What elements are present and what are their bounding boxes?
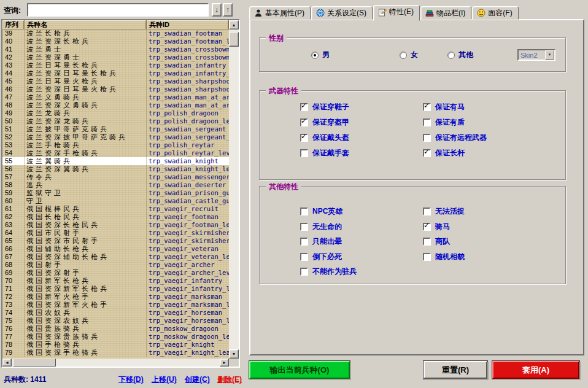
table-row[interactable]: 63俄国资深长枪民兵trp_vaegir_footman_lev [2,221,229,229]
table-row[interactable]: 57传令兵trp_swadian_messenger [2,173,229,181]
table-row[interactable]: 44波兰资深日耳曼长枪兵trp_swadian_infantry_l [2,69,229,77]
search-input[interactable] [27,3,209,17]
table-row[interactable]: 40波兰资深长枪兵trp_swadian_footman_le [2,37,229,45]
table-row[interactable]: 42波兰资深勇士trp_swadian_crossbowma [2,53,229,61]
checkbox-guarantee-polearm[interactable]: 保证长杆 [423,148,465,158]
table-row[interactable]: 56波兰资深翼骑兵trp_swadian_knight_lev [2,165,229,173]
table-row[interactable]: 65俄国资深市民射手trp_vaegir_skirmisher_ [2,237,229,245]
checkbox-box-icon [300,134,308,142]
table-cell-id: trp_vaegir_infantry_le [147,285,229,293]
table-row[interactable]: 55波兰翼骑兵trp_swadian_knight [2,157,229,165]
horizontal-scrollbar[interactable]: ◄ ► [2,359,229,367]
table-row[interactable]: 72俄国新军火枪手trp_vaegir_marksman [2,293,229,301]
checkbox-stun-only[interactable]: 只能击晕 [300,236,342,247]
checkbox-random-face[interactable]: 随机相貌 [423,252,465,262]
radio-other[interactable]: 其他 [447,50,473,60]
search-prev-button[interactable]: ↑ [223,3,233,17]
scroll-up-icon[interactable]: ▲ [229,20,239,29]
table-row[interactable]: 46波兰资深日耳曼火枪兵trp_swadian_sharpshoot [2,85,229,93]
checkbox-inanimate[interactable]: 无生命的 [300,222,342,232]
table-row[interactable]: 69俄国资深射手trp_vaegir_archer_leve [2,269,229,277]
checkbox-guarantee-armor[interactable]: 保证穿盔甲 [300,117,349,128]
table-row[interactable]: 60守卫trp_swadian_castle_gua [2,197,229,205]
scroll-left-icon[interactable]: ◄ [2,359,12,367]
radio-female[interactable]: 女 [400,50,418,60]
table-row[interactable]: 74俄国农奴兵trp_vaegir_horseman [2,309,229,317]
table-row[interactable]: 45波兰日耳曼火枪兵trp_swadian_sharpshoot [2,77,229,85]
create-link[interactable]: 创建(C) [185,374,210,385]
horizontal-scroll-track[interactable] [12,359,220,367]
checkbox-guarantee-gloves[interactable]: 保证戴手套 [300,148,349,158]
apply-button[interactable]: 套用(A) [492,361,579,379]
table-row[interactable]: 71俄国资深新军长枪兵trp_vaegir_infantry_le [2,285,229,293]
table-cell-name: 波兰资深长枪兵 [25,37,147,45]
horizontal-scroll-thumb[interactable] [13,359,56,367]
table-row[interactable]: 61俄国棍棒民兵trp_vaegir_recruit [2,205,229,213]
tab-inventory[interactable]: 物品栏(I) [420,6,471,20]
table-row[interactable]: 75俄国资深农奴兵trp_vaegir_horseman_le [2,317,229,325]
table-row[interactable]: 47波兰义勇骑兵trp_swadian_man_at_arm [2,93,229,101]
gender-group-title: 性别 [266,33,287,44]
tab-traits[interactable]: 特性(E) [373,5,420,21]
table-row[interactable]: 68俄国射手trp_vaegir_archer [2,261,229,269]
column-header-name[interactable]: 兵种名 [25,20,147,29]
scroll-right-icon[interactable]: ► [220,359,229,367]
table-row[interactable]: 58逃兵trp_swadian_deserter [2,181,229,189]
search-next-button[interactable]: ↓ [212,3,222,17]
checkbox-caravan[interactable]: 商队 [423,236,450,247]
table-row[interactable]: 52波兰资深披甲哥萨克骑兵trp_swadian_sergeant_l [2,133,229,141]
table-cell-id: trp_vaegir_archer_leve [147,269,229,277]
vertical-scroll-track[interactable] [229,29,239,349]
table-row[interactable]: 70俄国新军长枪兵trp_vaegir_infantry [2,277,229,285]
checkbox-npc-hero[interactable]: NPC英雄 [300,206,342,217]
checkbox-guarantee-boots[interactable]: 保证穿鞋子 [300,102,349,112]
tab-relations[interactable]: 关系设定(S) [311,6,373,20]
vertical-scrollbar[interactable]: ▲ ▼ [229,20,239,359]
table-row[interactable]: 62俄国长枪民兵trp_vaegir_footman [2,213,229,221]
checkbox-label: 不能作为驻兵 [312,266,357,277]
table-row[interactable]: 51波兰披甲哥萨克骑兵trp_swadian_sergeant [2,125,229,133]
vertical-scroll-thumb[interactable] [229,32,239,47]
scroll-down-icon[interactable]: ▼ [229,349,239,359]
checkbox-dies-when-down[interactable]: 倒下必死 [300,252,342,262]
reset-button[interactable]: 重置(R) [424,361,487,379]
checkbox-guarantee-shield[interactable]: 保证有盾 [423,117,465,128]
table-row[interactable]: 39波兰长枪兵trp_swadian_footman [2,29,229,37]
table-row[interactable]: 50波兰资深龙骑兵trp_polish_dragoon_lev [2,117,229,125]
tab-basic-attributes[interactable]: 基本属性(P) [249,6,311,20]
checkbox-guarantee-ranged[interactable]: 保证有远程武器 [423,133,487,143]
export-current-troop-button[interactable]: 输出当前兵种(O) [249,361,350,379]
move-down-link[interactable]: 下移(D) [118,374,144,385]
table-row[interactable]: 43波兰日耳曼长枪兵trp_swadian_infantry [2,61,229,69]
dropdown-arrow-icon[interactable]: ▼ [545,50,554,60]
table-row[interactable]: 77俄国资深贵族骑兵trp_moskow_dragoon_lev [2,333,229,341]
table-row[interactable]: 78俄国手枪骑兵trp_vaegir_knight [2,341,229,349]
skin-dropdown[interactable]: Skin2 ▼ [517,49,555,61]
checkbox-mounted[interactable]: 骑马 [423,222,450,232]
checkbox-guarantee-horse[interactable]: 保证有马 [423,102,465,112]
delete-link[interactable]: 删除(E) [217,374,242,385]
checkbox-guarantee-helmet[interactable]: 保证戴头盔 [300,133,349,143]
table-row[interactable]: 54波兰资深手枪骑兵trp_polish_reytar_leve [2,149,229,157]
move-up-link[interactable]: 上移(U) [152,374,177,385]
table-cell-id: trp_vaegir_knight_lead [147,349,229,357]
checkbox-no-garrison[interactable]: 不能作为驻兵 [300,266,357,277]
table-row[interactable]: 64俄国市民射手trp_vaegir_skirmisher [2,229,229,237]
table-row[interactable]: 49波兰龙骑兵trp_polish_dragoon [2,109,229,117]
table-row[interactable]: 53波兰手枪骑兵trp_polish_reytar [2,141,229,149]
table-row[interactable]: 73俄国资深新军火枪手trp_vaegir_marksman_le [2,301,229,309]
table-cell-idx: 52 [2,133,25,141]
radio-male[interactable]: 男 [311,50,330,60]
table-row[interactable]: 76俄国贵族骑兵trp_moskow_dragoon [2,325,229,333]
table-row[interactable]: 48波兰资深义勇骑兵trp_swadian_man_at_arm [2,101,229,109]
column-header-index[interactable]: 序列 [2,20,25,29]
table-row[interactable]: 66俄国辅助长枪兵trp_vaegir_veteran [2,245,229,253]
table-row[interactable]: 59监狱守卫trp_swadian_prison_gua [2,189,229,197]
gender-groupbox: 性别 男 女 其他 Skin2 ▼ [259,37,566,72]
column-header-id[interactable]: 兵种ID [147,20,229,29]
checkbox-no-capture[interactable]: 无法活捉 [423,206,465,217]
table-row[interactable]: 79俄国资深手枪骑兵trp_vaegir_knight_lead [2,349,229,357]
table-row[interactable]: 67俄国资深辅助长枪兵trp_vaegir_veteran_lev [2,253,229,261]
tab-face[interactable]: 面容(F) [472,6,518,20]
table-row[interactable]: 41波兰勇士trp_swadian_crossbowma [2,45,229,53]
